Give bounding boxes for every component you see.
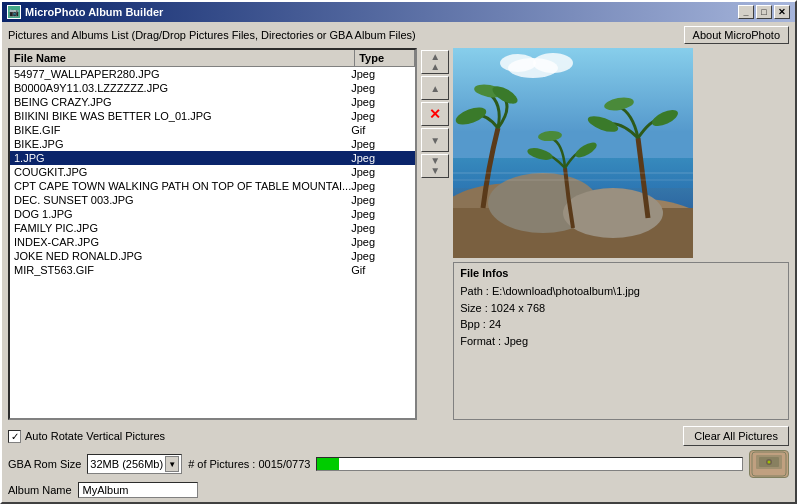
preview-image <box>453 48 693 258</box>
auto-rotate-checkbox[interactable]: ✓ <box>8 430 21 443</box>
file-row[interactable]: BIKE.GIFGif <box>10 123 415 137</box>
file-type: Jpeg <box>351 194 411 206</box>
file-type: Jpeg <box>351 208 411 220</box>
file-row[interactable]: FAMILY PIC.JPGJpeg <box>10 221 415 235</box>
file-info-format: Format : Jpeg <box>460 333 782 350</box>
file-name: CPT CAPE TOWN WALKING PATH ON TOP OF TAB… <box>14 180 351 192</box>
move-bottom-icon: ▼▼ <box>430 156 440 176</box>
file-row[interactable]: BIKE.JPGJpeg <box>10 137 415 151</box>
progress-bar-fill <box>317 458 338 470</box>
move-up-icon: ▲ <box>430 83 440 94</box>
file-info-title: File Infos <box>460 267 782 279</box>
move-bottom-button[interactable]: ▼▼ <box>421 154 449 178</box>
svg-point-20 <box>500 54 536 72</box>
title-bar: 📷 MicroPhoto Album Builder _ □ ✕ <box>2 2 795 22</box>
file-name: BEING CRAZY.JPG <box>14 96 351 108</box>
file-name: DEC. SUNSET 003.JPG <box>14 194 351 206</box>
top-label: Pictures and Albums List (Drag/Drop Pict… <box>8 29 416 41</box>
gba-rom-value: 32MB (256Mb) <box>90 458 163 470</box>
file-info-bpp: Bpp : 24 <box>460 316 782 333</box>
preview-area: File Infos Path : E:\download\photoalbum… <box>453 48 789 420</box>
bottom-row3: Album Name <box>8 482 789 498</box>
palm-scene-canvas <box>453 48 693 258</box>
file-type: Gif <box>351 124 411 136</box>
move-top-icon: ▲▲ <box>430 52 440 72</box>
left-panel: File Name Type 54977_WALLPAPER280.JPGJpe… <box>8 48 417 420</box>
col-header-name: File Name <box>10 50 355 66</box>
file-type: Gif <box>351 264 411 276</box>
file-type: Jpeg <box>351 180 411 192</box>
progress-bar-container <box>316 457 743 471</box>
file-type: Jpeg <box>351 138 411 150</box>
app-icon: 📷 <box>7 5 21 19</box>
file-type: Jpeg <box>351 82 411 94</box>
file-name: 54977_WALLPAPER280.JPG <box>14 68 351 80</box>
gba-rom-label: GBA Rom Size <box>8 458 81 470</box>
file-row[interactable]: 54977_WALLPAPER280.JPGJpeg <box>10 67 415 81</box>
album-name-input[interactable] <box>78 482 198 498</box>
main-window: 📷 MicroPhoto Album Builder _ □ ✕ Picture… <box>0 0 797 504</box>
main-area: File Name Type 54977_WALLPAPER280.JPGJpe… <box>8 48 789 420</box>
checkmark-icon: ✓ <box>11 431 19 442</box>
file-info-size: Size : 1024 x 768 <box>460 300 782 317</box>
file-row[interactable]: 1.JPGJpeg <box>10 151 415 165</box>
dropdown-arrow-icon[interactable]: ▼ <box>165 456 179 472</box>
file-type: Jpeg <box>351 68 411 80</box>
preview-svg <box>453 48 693 258</box>
file-type: Jpeg <box>351 96 411 108</box>
move-down-button[interactable]: ▼ <box>421 128 449 152</box>
file-row[interactable]: JOKE NED RONALD.JPGJpeg <box>10 249 415 263</box>
auto-rotate-label: Auto Rotate Vertical Pictures <box>25 430 165 442</box>
file-type: Jpeg <box>351 152 411 164</box>
file-row[interactable]: BIIKINI BIKE WAS BETTER LO_01.JPGJpeg <box>10 109 415 123</box>
file-name: BIKE.GIF <box>14 124 351 136</box>
close-button[interactable]: ✕ <box>774 5 790 19</box>
move-down-icon: ▼ <box>430 135 440 146</box>
clear-all-pictures-button[interactable]: Clear All Pictures <box>683 426 789 446</box>
gba-cartridge-icon <box>749 450 789 478</box>
file-row[interactable]: MIR_ST563.GIFGif <box>10 263 415 277</box>
file-row[interactable]: BEING CRAZY.JPGJpeg <box>10 95 415 109</box>
move-up-button[interactable]: ▲ <box>421 76 449 100</box>
file-list-body[interactable]: 54977_WALLPAPER280.JPGJpegB0000A9Y11.03.… <box>10 67 415 413</box>
delete-icon: ✕ <box>429 106 441 122</box>
file-list-container: File Name Type 54977_WALLPAPER280.JPGJpe… <box>8 48 417 420</box>
file-type: Jpeg <box>351 250 411 262</box>
file-type: Jpeg <box>351 110 411 122</box>
title-bar-left: 📷 MicroPhoto Album Builder <box>7 5 163 19</box>
auto-rotate-group: ✓ Auto Rotate Vertical Pictures <box>8 430 165 443</box>
file-info-box: File Infos Path : E:\download\photoalbum… <box>453 262 789 420</box>
file-name: BIIKINI BIKE WAS BETTER LO_01.JPG <box>14 110 351 122</box>
file-type: Jpeg <box>351 222 411 234</box>
title-controls: _ □ ✕ <box>738 5 790 19</box>
file-row[interactable]: DOG 1.JPGJpeg <box>10 207 415 221</box>
window-title: MicroPhoto Album Builder <box>25 6 163 18</box>
file-row[interactable]: COUGKIT.JPGJpeg <box>10 165 415 179</box>
svg-point-19 <box>533 53 573 73</box>
content-area: Pictures and Albums List (Drag/Drop Pict… <box>2 22 795 502</box>
gba-svg <box>751 451 787 477</box>
nav-buttons-col: ▲▲ ▲ ✕ ▼ ▼▼ <box>421 48 449 420</box>
about-button[interactable]: About MicroPhoto <box>684 26 789 44</box>
file-name: MIR_ST563.GIF <box>14 264 351 276</box>
file-row[interactable]: B0000A9Y11.03.LZZZZZZ.JPGJpeg <box>10 81 415 95</box>
svg-point-25 <box>768 461 771 464</box>
file-name: B0000A9Y11.03.LZZZZZZ.JPG <box>14 82 351 94</box>
move-top-button[interactable]: ▲▲ <box>421 50 449 74</box>
file-name: 1.JPG <box>14 152 351 164</box>
file-row[interactable]: CPT CAPE TOWN WALKING PATH ON TOP OF TAB… <box>10 179 415 193</box>
gba-rom-select[interactable]: 32MB (256Mb) ▼ <box>87 454 182 474</box>
file-name: BIKE.JPG <box>14 138 351 150</box>
col-header-type: Type <box>355 50 415 66</box>
file-info-path: Path : E:\download\photoalbum\1.jpg <box>460 283 782 300</box>
top-bar: Pictures and Albums List (Drag/Drop Pict… <box>8 26 789 44</box>
file-type: Jpeg <box>351 236 411 248</box>
maximize-button[interactable]: □ <box>756 5 772 19</box>
file-row[interactable]: DEC. SUNSET 003.JPGJpeg <box>10 193 415 207</box>
file-row[interactable]: INDEX-CAR.JPGJpeg <box>10 235 415 249</box>
file-name: COUGKIT.JPG <box>14 166 351 178</box>
delete-button[interactable]: ✕ <box>421 102 449 126</box>
file-name: FAMILY PIC.JPG <box>14 222 351 234</box>
file-type: Jpeg <box>351 166 411 178</box>
minimize-button[interactable]: _ <box>738 5 754 19</box>
